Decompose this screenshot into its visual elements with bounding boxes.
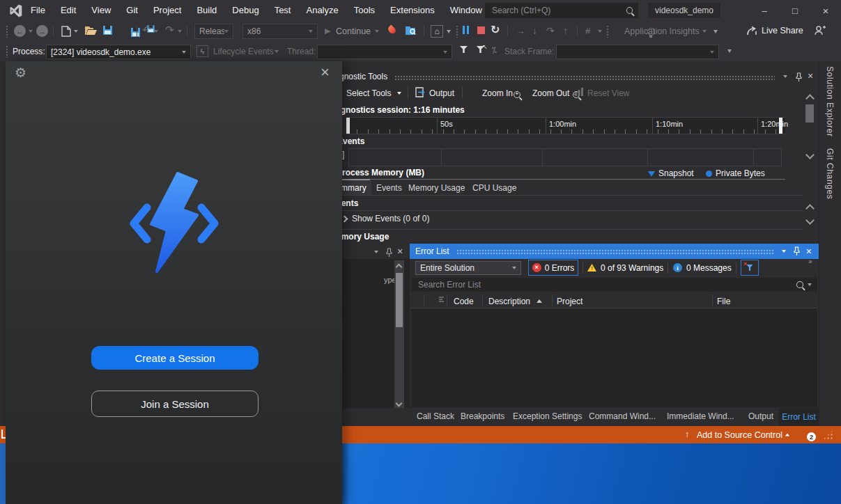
configuration-dropdown[interactable]: Release bbox=[194, 24, 233, 39]
navigate-back-icon[interactable]: ← bbox=[14, 25, 26, 37]
tab-git-changes[interactable]: Git Changes bbox=[825, 148, 835, 199]
break-all-icon[interactable] bbox=[463, 26, 469, 34]
diagnostic-pin-icon[interactable] bbox=[795, 72, 803, 82]
diagnostic-window-menu[interactable] bbox=[783, 75, 787, 78]
continue-button[interactable]: Continue bbox=[336, 26, 371, 36]
select-tools-dropdown[interactable]: Select Tools bbox=[346, 88, 391, 98]
menu-extensions[interactable]: Extensions bbox=[383, 0, 442, 21]
live-share-button[interactable]: Live Share bbox=[762, 26, 803, 36]
reset-view-button[interactable]: Reset View bbox=[587, 88, 629, 98]
find-in-files-icon[interactable] bbox=[406, 26, 417, 36]
side-panel-close-icon[interactable]: × bbox=[397, 246, 403, 257]
error-scope-dropdown[interactable]: Entire Solution bbox=[415, 261, 521, 275]
snapshot-legend-label[interactable]: Snapshot bbox=[658, 168, 694, 178]
session-timeline-ruler[interactable]: 50s 1:00min 1:10min 1:20min bbox=[346, 117, 785, 134]
navigate-forward-icon[interactable]: → bbox=[36, 25, 48, 37]
undo-icon[interactable]: ↶ bbox=[142, 24, 151, 36]
quick-search-input[interactable] bbox=[491, 5, 626, 16]
error-list-close-icon[interactable]: × bbox=[806, 246, 812, 257]
warnings-filter-button[interactable]: ! 0 of 93 Warnings bbox=[587, 260, 663, 276]
home-icon[interactable]: ⌂ bbox=[431, 25, 443, 38]
menu-project[interactable]: Project bbox=[146, 0, 189, 21]
menu-edit[interactable]: Edit bbox=[53, 0, 84, 21]
tab-exception-settings[interactable]: Exception Settings bbox=[513, 411, 582, 421]
error-list-pin-icon[interactable] bbox=[793, 246, 801, 256]
maximize-button[interactable]: □ bbox=[780, 0, 810, 21]
process-dropdown[interactable]: [2324] videosdk_demo.exe bbox=[46, 45, 191, 59]
menu-file[interactable]: File bbox=[23, 0, 53, 21]
menu-window[interactable]: Window bbox=[442, 0, 490, 21]
tab-call-stack[interactable]: Call Stack bbox=[417, 411, 454, 421]
error-list-title-bar[interactable]: Error List × bbox=[410, 244, 819, 259]
new-file-dropdown[interactable] bbox=[74, 30, 78, 33]
settings-gear-icon[interactable]: ⚙ bbox=[15, 65, 26, 81]
error-search-input[interactable] bbox=[417, 279, 796, 290]
timeline-end-marker[interactable] bbox=[779, 118, 782, 134]
side-panel-window-menu[interactable] bbox=[374, 251, 378, 253]
step-into-icon[interactable]: ↓ bbox=[532, 25, 537, 36]
diagnostic-close-icon[interactable]: × bbox=[808, 70, 813, 81]
redo-dropdown[interactable] bbox=[178, 30, 182, 33]
errors-filter-button[interactable]: × 0 Errors bbox=[528, 260, 578, 276]
menu-test[interactable]: Test bbox=[267, 0, 299, 21]
menu-debug[interactable]: Debug bbox=[224, 0, 266, 21]
continue-play-icon[interactable]: ▶ bbox=[325, 26, 330, 36]
error-list-window-menu[interactable] bbox=[782, 250, 786, 253]
error-search-box[interactable] bbox=[411, 278, 817, 292]
tab-immediate-window[interactable]: Immediate Wind... bbox=[667, 411, 734, 421]
stack-frame-dropdown[interactable] bbox=[556, 45, 719, 59]
column-description[interactable]: Description bbox=[488, 297, 530, 306]
output-button[interactable]: Output bbox=[429, 88, 454, 98]
menu-build[interactable]: Build bbox=[189, 0, 224, 21]
messages-filter-button[interactable]: i 0 Messages bbox=[673, 260, 732, 276]
column-file[interactable]: File bbox=[717, 297, 730, 306]
toolbar-options-overflow[interactable] bbox=[447, 30, 451, 33]
step-out-icon[interactable]: ↑ bbox=[563, 25, 568, 36]
navigate-back-dropdown[interactable] bbox=[29, 30, 33, 33]
share-people-icon[interactable] bbox=[814, 25, 826, 36]
menu-view[interactable]: View bbox=[84, 0, 118, 21]
create-session-button[interactable]: Create a Session bbox=[91, 346, 259, 370]
tab-command-window[interactable]: Command Wind... bbox=[589, 411, 656, 421]
tab-breakpoints[interactable]: Breakpoints bbox=[461, 411, 504, 421]
tab-memory-usage[interactable]: Memory Usage bbox=[408, 183, 465, 193]
step-over-icon[interactable]: ↷ bbox=[546, 25, 555, 36]
error-toolbar-overflow[interactable]: » bbox=[808, 258, 812, 265]
close-button[interactable]: × bbox=[810, 0, 841, 21]
notification-badge[interactable]: 2 bbox=[807, 432, 816, 441]
show-events-link[interactable]: Show Events (0 of 0) bbox=[352, 214, 429, 223]
undo-dropdown[interactable] bbox=[154, 30, 158, 33]
zoom-in-button[interactable]: Zoom In bbox=[482, 88, 513, 98]
column-project[interactable]: Project bbox=[557, 297, 582, 306]
timeline-start-marker[interactable] bbox=[346, 118, 350, 134]
error-search-dropdown[interactable] bbox=[808, 283, 812, 286]
side-panel-pin-icon[interactable] bbox=[385, 248, 393, 258]
private-bytes-legend-label[interactable]: Private Bytes bbox=[716, 168, 765, 178]
column-severity-icon[interactable] bbox=[438, 296, 445, 304]
app-close-icon[interactable]: × bbox=[321, 63, 330, 81]
tab-events[interactable]: Events bbox=[376, 183, 402, 193]
debugbar-overflow[interactable] bbox=[727, 49, 732, 53]
insights-overflow[interactable] bbox=[713, 30, 718, 33]
thread-dropdown[interactable] bbox=[317, 45, 452, 59]
minimize-button[interactable]: – bbox=[749, 0, 780, 21]
error-grid-body[interactable] bbox=[411, 308, 817, 407]
column-code[interactable]: Code bbox=[454, 297, 474, 306]
show-next-statement-icon[interactable]: → bbox=[516, 25, 525, 36]
continue-dropdown[interactable] bbox=[375, 30, 379, 33]
restart-icon[interactable]: ↻ bbox=[491, 23, 500, 36]
tab-output[interactable]: Output bbox=[748, 411, 773, 421]
tab-cpu-usage[interactable]: CPU Usage bbox=[472, 183, 516, 193]
diag-scrollbar-thumb[interactable] bbox=[805, 104, 814, 123]
threads-crossed-icon[interactable]: ⁒ bbox=[492, 45, 497, 55]
platform-dropdown[interactable]: x86 bbox=[242, 24, 318, 39]
menu-tools[interactable]: Tools bbox=[346, 0, 383, 21]
toolbar-grip[interactable] bbox=[6, 25, 8, 38]
new-file-icon[interactable] bbox=[61, 26, 71, 37]
tab-solution-explorer[interactable]: Solution Explorer bbox=[825, 66, 835, 137]
debug-overflow-dropdown[interactable] bbox=[598, 30, 602, 33]
clear-filters-button[interactable]: × bbox=[741, 260, 759, 276]
application-insights-dropdown[interactable]: Application Insights bbox=[624, 26, 700, 36]
add-to-source-control-button[interactable]: Add to Source Control bbox=[697, 430, 782, 440]
error-list-drag-dots[interactable] bbox=[456, 249, 775, 254]
